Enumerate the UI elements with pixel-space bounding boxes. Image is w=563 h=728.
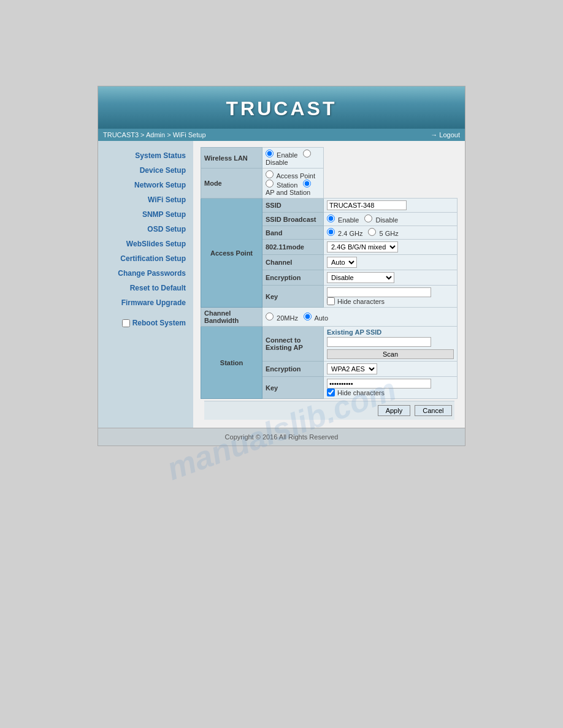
channel-bw-label: Channel Bandwidth — [201, 308, 262, 327]
key-label: Key — [262, 286, 324, 308]
mode-row: Mode Access Point Station AP and Station — [201, 169, 458, 199]
hide-chars-label-station[interactable]: Hide characters — [337, 389, 385, 396]
encryption-label: Encryption — [262, 270, 324, 286]
band-24-radio[interactable] — [327, 228, 335, 236]
ssid-broadcast-enable-radio[interactable] — [327, 214, 335, 222]
sidebar-item-certification-setup[interactable]: Certification Setup — [98, 251, 193, 266]
hide-chars-checkbox-station[interactable] — [327, 389, 335, 396]
band-5-label[interactable]: 5 GHz — [368, 230, 398, 237]
existing-ap-ssid-input[interactable] — [327, 337, 431, 347]
footer: Copyright © 2016 All Rights Reserved — [98, 428, 465, 446]
ssid-row: Access Point SSID — [201, 199, 458, 213]
bw-auto-label[interactable]: Auto — [304, 314, 328, 322]
ssid-input[interactable] — [327, 200, 407, 210]
station-encryption-select[interactable]: WPA2 AES Disable WEP — [327, 363, 377, 374]
access-point-radio[interactable] — [266, 170, 274, 178]
mode-label: Mode — [201, 169, 262, 199]
sidebar-item-reset-to-default[interactable]: Reset to Default — [98, 281, 193, 295]
station-key-value: Hide characters — [324, 377, 458, 399]
station-encryption-value: WPA2 AES Disable WEP — [324, 362, 458, 377]
wireless-lan-value: Enable Disable — [262, 148, 324, 169]
sidebar-item-osd-setup[interactable]: OSD Setup — [98, 222, 193, 237]
action-buttons: Apply Cancel — [204, 401, 454, 420]
wireless-lan-label: Wireless LAN — [201, 148, 262, 169]
mode-802-select[interactable]: 2.4G B/G/N mixed 2.4G B/G mixed 2.4G N o… — [327, 241, 398, 252]
sidebar: System Status Device Setup Network Setup… — [98, 141, 193, 428]
channel-label: Channel — [262, 255, 324, 270]
band-radio-group: 2.4 GHz 5 GHz — [327, 228, 454, 237]
breadcrumb: TRUCAST3 > Admin > WiFi Setup — [103, 131, 206, 138]
sidebar-item-network-setup[interactable]: Network Setup — [98, 178, 193, 192]
hide-chars-checkbox-ap[interactable] — [327, 297, 335, 305]
channel-value: Auto 1 6 11 — [324, 255, 458, 270]
sidebar-item-snmp-setup[interactable]: SNMP Setup — [98, 207, 193, 222]
key-input[interactable] — [327, 287, 431, 297]
hide-chars-row: Hide characters — [327, 297, 454, 305]
ssid-broadcast-label: SSID Broadcast — [262, 213, 324, 226]
station-key-input[interactable] — [327, 379, 431, 389]
connect-existing-value: Existing AP SSID Scan — [324, 327, 458, 362]
existing-ap-ssid-label: Existing AP SSID — [327, 328, 454, 336]
station-section-label: Station — [201, 327, 262, 399]
mode-802-label: 802.11mode — [262, 240, 324, 255]
encryption-value: Disable WEP WPA2 AES — [324, 270, 458, 286]
hide-chars-label-ap[interactable]: Hide characters — [337, 298, 385, 305]
ssid-broadcast-radio-group: Enable Disable — [327, 214, 454, 224]
ssid-label: SSID — [262, 199, 324, 213]
band-label: Band — [262, 226, 324, 240]
logout-link[interactable]: → Logout — [431, 131, 460, 138]
reboot-checkbox[interactable] — [122, 319, 130, 327]
apply-button[interactable]: Apply — [378, 405, 411, 416]
app-title: TRUCAST — [98, 97, 465, 120]
sidebar-item-device-setup[interactable]: Device Setup — [98, 163, 193, 178]
access-point-section-label: Access Point — [201, 199, 262, 308]
wireless-enable-radio[interactable] — [266, 150, 274, 157]
ssid-broadcast-disable-label[interactable]: Disable — [364, 216, 398, 224]
sidebar-item-firmware-upgrade[interactable]: Firmware Upgrade — [98, 295, 193, 310]
bw-20-radio[interactable] — [266, 313, 274, 320]
band-5-radio[interactable] — [368, 228, 376, 236]
band-value: 2.4 GHz 5 GHz — [324, 226, 458, 240]
nav-bar: TRUCAST3 > Admin > WiFi Setup → Logout — [98, 129, 465, 141]
access-point-mode-label[interactable]: Access Point — [266, 172, 315, 180]
station-key-label: Key — [262, 377, 324, 399]
band-24-label[interactable]: 2.4 GHz — [327, 230, 362, 237]
sidebar-item-wifi-setup[interactable]: WiFi Setup — [98, 192, 193, 207]
scan-button[interactable]: Scan — [327, 349, 454, 359]
sidebar-item-change-passwords[interactable]: Change Passwords — [98, 266, 193, 281]
ssid-broadcast-enable-label[interactable]: Enable — [327, 216, 359, 224]
connect-existing-row: Station Connect to Existing AP Existing … — [201, 327, 458, 362]
wireless-enable-label[interactable]: Enable — [266, 151, 297, 159]
channel-bw-radio-group: 20MHz Auto — [266, 313, 454, 322]
station-radio[interactable] — [266, 180, 274, 188]
reboot-section: Reboot System — [98, 315, 193, 330]
ap-station-radio[interactable] — [303, 180, 311, 188]
bw-20-label[interactable]: 20MHz — [266, 314, 298, 322]
sidebar-item-webslides-setup[interactable]: WebSlides Setup — [98, 237, 193, 251]
station-hide-chars-row: Hide characters — [327, 389, 454, 396]
ssid-value-cell — [324, 199, 458, 213]
cancel-button[interactable]: Cancel — [415, 405, 451, 416]
action-cell: Apply Cancel — [201, 399, 458, 422]
wireless-lan-row: Wireless LAN Enable Disable — [201, 148, 458, 169]
channel-select[interactable]: Auto 1 6 11 — [327, 257, 357, 268]
channel-bw-value: 20MHz Auto — [262, 308, 458, 327]
mode-radio-group: Access Point Station AP and Station — [266, 170, 320, 196]
bw-auto-radio[interactable] — [304, 313, 312, 320]
station-mode-label[interactable]: Station — [266, 181, 297, 189]
encryption-select[interactable]: Disable WEP WPA2 AES — [327, 272, 394, 283]
mode-value: Access Point Station AP and Station — [262, 169, 324, 199]
wireless-disable-radio[interactable] — [303, 150, 311, 157]
key-value: Hide characters — [324, 286, 458, 308]
station-encryption-label: Encryption — [262, 362, 324, 377]
settings-table: Wireless LAN Enable Disable — [201, 147, 458, 422]
sidebar-item-system-status[interactable]: System Status — [98, 148, 193, 163]
action-row: Apply Cancel — [201, 399, 458, 422]
reboot-label[interactable]: Reboot System — [132, 319, 186, 327]
ssid-broadcast-disable-radio[interactable] — [364, 214, 372, 222]
content-area: Wireless LAN Enable Disable — [193, 141, 465, 428]
channel-bw-row: Channel Bandwidth 20MHz Auto — [201, 308, 458, 327]
header: TRUCAST — [98, 86, 465, 129]
connect-existing-label: Connect to Existing AP — [262, 327, 324, 362]
ssid-broadcast-value: Enable Disable — [324, 213, 458, 226]
